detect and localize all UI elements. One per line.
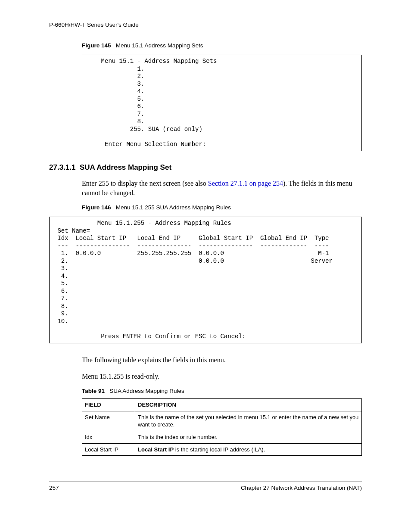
td-field: Set Name [82,411,135,431]
page-footer: 257 Chapter 27 Network Address Translati… [49,482,362,491]
figure-145-title: Menu 15.1 Address Mapping Sets [116,42,203,49]
guide-title: P-660H/HW-T Series User's Guide [49,22,139,28]
figure-145-caption: Figure 145 Menu 15.1 Address Mapping Set… [82,42,362,49]
section-number: 27.3.1.1 [49,163,75,171]
table-91-caption: Table 91 SUA Address Mapping Rules [82,388,362,394]
table-91: FIELD DESCRIPTION Set Name This is the n… [82,398,362,456]
para-after-fig146-1: The following table explains the fields … [82,355,362,365]
table-91-title: SUA Address Mapping Rules [109,388,184,394]
th-field: FIELD [82,399,135,411]
td-field: Local Start IP [82,443,135,456]
td-desc: This is the name of the set you selected… [135,411,362,431]
cross-ref-link[interactable]: Section 27.1.1 on page 254 [208,180,283,187]
figure-146-title: Menu 15.1.255 SUA Address Mapping Rules [116,204,231,211]
para-after-fig146-2: Menu 15.1.255 is read-only. [82,372,362,381]
td-desc-bold: Local Start IP [138,446,174,453]
section-heading: 27.3.1.1 SUA Address Mapping Set [49,163,362,172]
section-title: SUA Address Mapping Set [80,163,171,171]
para1-pre: Enter 255 to display the next screen (se… [82,180,208,187]
page-number: 257 [49,485,59,491]
figure-146-label: Figure 146 [82,204,111,211]
table-row: Set Name This is the name of the set you… [82,411,362,431]
figure-146-caption: Figure 146 Menu 15.1.255 SUA Address Map… [82,204,362,211]
table-91-label: Table 91 [82,388,105,394]
chapter-label: Chapter 27 Network Address Translation (… [241,485,362,491]
table-row: Idx This is the index or rule number. [82,431,362,444]
td-desc: Local Start IP is the starting local IP … [135,443,362,456]
figure-146-terminal: Menu 15.1.255 - Address Mapping Rules Se… [49,217,362,343]
table-row: Local Start IP Local Start IP is the sta… [82,443,362,456]
td-desc-rest: is the starting local IP address (ILA). [174,446,265,453]
figure-145-terminal: Menu 15.1 - Address Mapping Sets 1. 2. 3… [82,55,362,151]
page-header: P-660H/HW-T Series User's Guide [49,22,362,30]
th-desc: DESCRIPTION [135,399,362,411]
td-desc: This is the index or rule number. [135,431,362,444]
figure-145-label: Figure 145 [82,42,111,49]
table-header-row: FIELD DESCRIPTION [82,399,362,411]
td-field: Idx [82,431,135,444]
section-para-1: Enter 255 to display the next screen (se… [82,179,362,197]
